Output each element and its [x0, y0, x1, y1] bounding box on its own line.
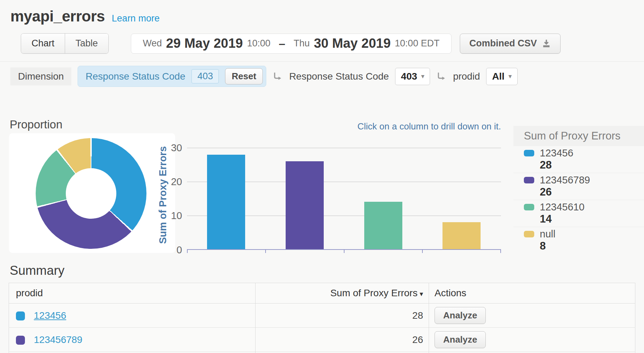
summary-table: prodid Sum of Proxy Errors▾ Actions 1234… — [9, 283, 635, 353]
end-date: 30 May 2019 — [314, 36, 391, 51]
report-header: myapi_errors Learn more Chart Table Wed … — [0, 0, 644, 54]
prodid-link[interactable]: 123456 — [34, 310, 66, 321]
legend-label: 12345610 — [540, 202, 584, 212]
drilldown-arrow-icon — [272, 71, 283, 82]
combined-csv-button[interactable]: Combined CSV — [460, 34, 561, 54]
date-range-picker[interactable]: Wed 29 May 2019 10:00 – Thu 30 May 2019 … — [131, 34, 452, 54]
learn-more-link[interactable]: Learn more — [112, 13, 160, 24]
gridline-30 — [187, 148, 501, 148]
filter-chip-value: 403 — [191, 69, 219, 83]
bar-123456789[interactable] — [286, 161, 324, 249]
drill1-select[interactable]: 403 ▾ — [395, 68, 430, 85]
combined-csv-label: Combined CSV — [469, 38, 537, 49]
column-header-actions: Actions — [429, 283, 635, 304]
start-day: Wed — [143, 38, 162, 49]
column-header-prodid: prodid — [9, 283, 256, 304]
y-axis-label: Sum of Proxy Errors — [157, 144, 169, 246]
row-swatch — [16, 311, 25, 320]
analyze-button[interactable]: Analyze — [435, 307, 486, 324]
start-time: 10:00 — [247, 38, 270, 49]
x-axis-tick — [422, 250, 423, 253]
sort-caret-icon: ▾ — [420, 290, 423, 298]
drill1-value: 403 — [401, 71, 417, 82]
title-row: myapi_errors Learn more — [10, 8, 644, 25]
chevron-down-icon: ▾ — [421, 73, 424, 80]
end-day: Thu — [294, 38, 310, 49]
summary-title: Summary — [10, 263, 644, 278]
chart-tab[interactable]: Chart — [21, 34, 65, 53]
charts-area: Proportion Click on a column to drill do… — [0, 90, 644, 259]
proportion-title: Proportion — [10, 118, 62, 131]
drill2-value: All — [492, 71, 504, 82]
bar-12345610[interactable] — [364, 202, 402, 249]
drilldown-hint: Click on a column to drill down on it. — [357, 121, 501, 132]
bar-null[interactable] — [442, 222, 481, 249]
page-title: myapi_errors — [10, 8, 105, 25]
prodid-link[interactable]: 123456789 — [34, 334, 82, 345]
x-axis-tick — [265, 250, 266, 253]
drill1-label: Response Status Code — [289, 71, 389, 82]
x-axis-tick — [187, 250, 188, 253]
analyze-button[interactable]: Analyze — [435, 331, 486, 348]
drill2-label: prodid — [453, 71, 480, 82]
legend-label: 123456789 — [540, 175, 590, 185]
row-value: 14 — [256, 352, 429, 353]
drill2-select[interactable]: All ▾ — [486, 68, 517, 85]
proportion-donut-chart[interactable] — [36, 138, 146, 249]
table-row: 123456 28 Analyze — [9, 304, 635, 328]
legend-value: 28 — [540, 159, 644, 171]
legend-entry: 12345610 14 — [513, 200, 644, 227]
table-row: 123456789 26 Analyze — [9, 328, 635, 352]
filter-chip-name: Response Status Code — [86, 71, 185, 82]
row-value: 26 — [256, 328, 429, 352]
active-filter-chip[interactable]: Response Status Code 403 Reset — [78, 66, 266, 87]
legend-label: 123456 — [540, 148, 573, 159]
legend-swatch — [524, 204, 534, 210]
legend-value: 26 — [540, 186, 644, 198]
start-date: 29 May 2019 — [166, 36, 243, 51]
table-tab[interactable]: Table — [65, 34, 108, 53]
legend-title: Sum of Proxy Errors — [513, 126, 644, 146]
x-axis-tick — [344, 250, 345, 253]
row-swatch — [16, 336, 25, 345]
view-toggle: Chart Table — [21, 33, 109, 54]
legend-entry: 123456 28 — [513, 146, 644, 173]
proportion-donut-card — [9, 133, 175, 253]
legend-panel: Sum of Proxy Errors 123456 28 123456789 … — [513, 126, 644, 254]
bar-123456[interactable] — [207, 155, 245, 249]
column-header-sum-of-proxy-errors[interactable]: Sum of Proxy Errors▾ — [256, 283, 429, 304]
toolbar: Chart Table Wed 29 May 2019 10:00 – Thu … — [21, 33, 644, 54]
download-icon — [542, 39, 551, 48]
row-value: 28 — [256, 304, 429, 328]
dimension-label: Dimension — [10, 67, 71, 85]
x-axis-tick — [500, 250, 501, 253]
end-time: 10:00 EDT — [395, 38, 439, 49]
drilldown-arrow-icon — [436, 71, 447, 82]
legend-swatch — [524, 177, 534, 183]
table-row: 12345610 14 Analyze — [9, 352, 635, 353]
date-range-dash: – — [279, 37, 285, 50]
legend-value: 8 — [540, 240, 644, 252]
legend-entry: null 8 — [513, 227, 644, 254]
bar-chart-plot — [187, 148, 501, 250]
legend-swatch — [524, 150, 534, 156]
filter-bar: Dimension Response Status Code 403 Reset… — [0, 62, 644, 90]
legend-value: 14 — [540, 213, 644, 225]
legend-entry: 123456789 26 — [513, 173, 644, 200]
summary-header-row: prodid Sum of Proxy Errors▾ Actions — [9, 283, 635, 304]
reset-button[interactable]: Reset — [225, 68, 263, 84]
legend-swatch — [524, 231, 534, 237]
legend-label: null — [540, 229, 555, 239]
chevron-down-icon: ▾ — [509, 73, 512, 80]
